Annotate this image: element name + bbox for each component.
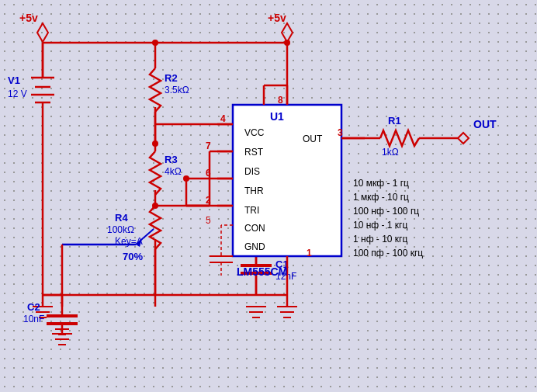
- r4-label: R4: [115, 212, 128, 224]
- svg-marker-85: [458, 133, 469, 144]
- ic-pin-gnd: GND: [244, 241, 265, 252]
- pin3-num: 3: [338, 127, 343, 138]
- r4-pct: 70%: [123, 251, 143, 262]
- svg-marker-40: [37, 23, 48, 42]
- r1-value: 1kΩ: [382, 147, 399, 158]
- u1-label: U1: [270, 110, 284, 123]
- r3-value: 4kΩ: [165, 166, 182, 177]
- r3-label: R3: [165, 154, 178, 165]
- v1-label: V1: [8, 75, 20, 86]
- pin5-num: 5: [206, 215, 211, 226]
- freq-line-2: 1 мкф - 10 гц: [353, 192, 409, 203]
- pin8-num: 8: [278, 95, 283, 106]
- vcc-left-label: +5v: [19, 12, 38, 24]
- freq-line-3: 100 нф - 100 гц: [353, 206, 419, 217]
- r4-key: Key=A: [115, 236, 143, 247]
- ic-pin-tri: TRI: [244, 205, 259, 216]
- out-label: OUT: [473, 118, 497, 130]
- c2-value: 10nF: [23, 314, 44, 324]
- v1-value: 12 V: [8, 88, 27, 99]
- ic-pin-out: OUT: [303, 134, 323, 144]
- vcc-right-label: +5v: [268, 12, 286, 24]
- svg-point-17: [152, 40, 158, 46]
- ic-pin-rst: RST: [244, 147, 264, 158]
- r4-value: 100kΩ: [107, 224, 134, 235]
- ic-model-label: LM555CM: [237, 265, 287, 278]
- ic-pin-dis: DIS: [244, 166, 260, 177]
- pin2-num: 2: [206, 195, 211, 206]
- pin1-num: 1: [307, 248, 312, 258]
- freq-line-1: 10 мкф - 1 гц: [353, 178, 409, 189]
- ic-pin-thr: THR: [244, 186, 264, 196]
- freq-line-6: 100 пф - 100 кгц: [353, 248, 423, 258]
- r2-value: 3.5kΩ: [165, 85, 189, 95]
- pin4-num: 4: [220, 113, 226, 124]
- pin7-num: 7: [206, 140, 211, 151]
- ic-pin-vcc: VCC: [244, 127, 265, 138]
- ic-pin-con: CON: [244, 223, 265, 234]
- freq-line-5: 1 нф - 10 кгц: [353, 234, 407, 245]
- c2-label: C2: [27, 301, 40, 313]
- pin6-num: 6: [206, 168, 211, 179]
- r2-label: R2: [165, 72, 178, 84]
- svg-marker-41: [282, 23, 293, 42]
- r1-label: R1: [388, 115, 401, 127]
- freq-line-4: 10 нф - 1 кгц: [353, 220, 407, 231]
